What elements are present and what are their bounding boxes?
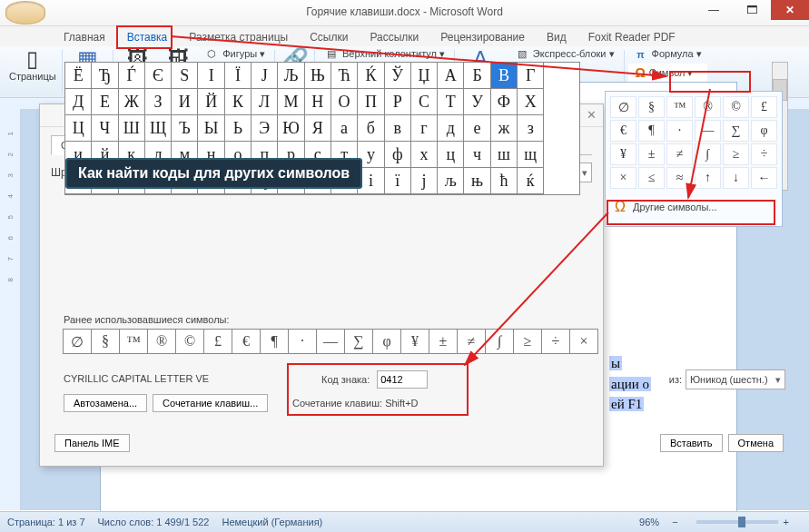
recent-cell[interactable]: ÷	[541, 329, 570, 354]
char-cell[interactable]: Ј	[251, 62, 278, 89]
char-cell[interactable]: и	[64, 141, 92, 168]
char-cell[interactable]: Ц	[64, 114, 92, 142]
char-cell[interactable]: ц	[437, 141, 464, 168]
recent-cell[interactable]: ®	[147, 329, 176, 354]
recent-cell[interactable]: ×	[569, 329, 598, 354]
flyout-cell[interactable]: ←	[751, 167, 777, 189]
char-cell[interactable]: о	[224, 141, 252, 168]
other-symbols-item[interactable]: Ω Другие символы...	[609, 195, 778, 219]
flyout-cell[interactable]: ÷	[751, 143, 777, 165]
flyout-cell[interactable]: ↓	[723, 167, 749, 189]
flyout-cell[interactable]: ∅	[610, 96, 636, 118]
autocorrect-button[interactable]: Автозамена...	[64, 394, 147, 412]
recent-cell[interactable]: ¶	[260, 329, 289, 354]
char-cell[interactable]: л	[144, 141, 172, 168]
char-cell[interactable]: Ї	[224, 62, 252, 89]
char-cell[interactable]: Є	[144, 62, 172, 89]
char-cell[interactable]: њ	[463, 167, 490, 194]
flyout-cell[interactable]: —	[695, 120, 721, 142]
char-cell[interactable]: ё	[224, 167, 252, 194]
status-page[interactable]: Страница: 1 из 7	[7, 517, 85, 527]
status-lang[interactable]: Немецкий (Германия)	[222, 517, 322, 527]
char-cell[interactable]: љ	[437, 167, 464, 194]
zoom-thumb[interactable]	[738, 517, 745, 527]
recent-cell[interactable]: §	[91, 329, 120, 354]
recent-cell[interactable]: ·	[288, 329, 317, 354]
recent-cell[interactable]: ∑	[344, 329, 373, 354]
insert-button[interactable]: Вставить	[660, 434, 723, 452]
flyout-cell[interactable]: §	[638, 96, 665, 118]
recent-cell[interactable]: ≥	[513, 329, 542, 354]
char-cell[interactable]: Ќ	[357, 62, 384, 89]
char-cell[interactable]: Т	[437, 88, 464, 115]
flyout-cell[interactable]: ·	[666, 120, 693, 142]
panel-ime-button[interactable]: Панель IME	[54, 434, 130, 452]
char-cell[interactable]: Й	[197, 88, 224, 115]
char-cell[interactable]: Я	[304, 114, 331, 142]
char-cell[interactable]: Е	[91, 88, 118, 115]
flyout-cell[interactable]: ×	[610, 167, 636, 189]
char-cell[interactable]: И	[171, 88, 198, 115]
recent-cell[interactable]: €	[232, 329, 261, 354]
char-cell[interactable]: ы	[91, 167, 118, 194]
maximize-button[interactable]: 🗖	[733, 0, 771, 20]
char-cell[interactable]: ѓ	[277, 167, 304, 194]
char-cell[interactable]: Ж	[118, 88, 145, 115]
char-cell[interactable]: р	[277, 141, 304, 168]
char-cell[interactable]: Ђ	[91, 62, 118, 89]
char-cell[interactable]: б	[357, 114, 384, 142]
flyout-cell[interactable]: ¶	[638, 120, 665, 142]
char-cell[interactable]: Ћ	[331, 62, 358, 89]
char-cell[interactable]: Ф	[490, 88, 518, 115]
flyout-cell[interactable]: ↑	[695, 167, 721, 189]
tab-insert[interactable]: Вставка	[116, 28, 179, 46]
char-cell[interactable]: у	[357, 141, 384, 168]
char-cell[interactable]: й	[91, 141, 118, 168]
flyout-cell[interactable]: ≈	[666, 167, 693, 189]
char-cell[interactable]: М	[277, 88, 304, 115]
char-cell[interactable]: ѕ	[331, 167, 358, 194]
zoom-value[interactable]: 96%	[639, 517, 659, 527]
flyout-cell[interactable]: €	[610, 120, 636, 142]
char-cell[interactable]: Ё	[64, 62, 92, 89]
zoom-in-button[interactable]: +	[784, 517, 789, 527]
tab-view[interactable]: Вид	[536, 28, 577, 46]
char-cell[interactable]: Ѓ	[118, 62, 145, 89]
char-cell[interactable]: в	[384, 114, 411, 142]
char-cell[interactable]: а	[331, 114, 358, 142]
char-cell[interactable]: Б	[463, 62, 490, 89]
char-cell[interactable]: д	[437, 114, 464, 142]
equation-button[interactable]: πФормула ▾	[628, 46, 707, 62]
char-cell[interactable]: є	[304, 167, 331, 194]
flyout-cell[interactable]: φ	[751, 120, 777, 142]
char-cell[interactable]: У	[463, 88, 490, 115]
flyout-cell[interactable]: ≥	[723, 143, 749, 165]
char-cell[interactable]: Ў	[384, 62, 411, 89]
char-cell[interactable]: Ѕ	[171, 62, 198, 89]
char-cell[interactable]: ф	[384, 141, 411, 168]
char-cell[interactable]: ч	[463, 141, 490, 168]
char-cell[interactable]: ј	[410, 167, 438, 194]
recent-cell[interactable]: £	[203, 329, 232, 354]
char-cell[interactable]: Џ	[410, 62, 438, 89]
char-cell[interactable]: м	[171, 141, 198, 168]
char-cell[interactable]: З	[144, 88, 172, 115]
char-cell[interactable]: н	[197, 141, 224, 168]
flyout-cell[interactable]: ±	[638, 143, 665, 165]
char-cell[interactable]: ь	[118, 167, 145, 194]
quickparts-button[interactable]: ▧Экспресс-блоки ▾	[509, 46, 620, 62]
char-cell[interactable]: э	[144, 167, 172, 194]
char-cell[interactable]: А	[437, 62, 464, 89]
char-cell[interactable]: Г	[517, 62, 544, 89]
recent-cell[interactable]: ±	[429, 329, 458, 354]
char-cell[interactable]: г	[410, 114, 438, 142]
tab-home[interactable]: Главная	[53, 28, 116, 46]
shortcut-button[interactable]: Сочетание клавиш...	[153, 394, 268, 412]
tab-review[interactable]: Рецензирование	[429, 28, 536, 46]
char-cell[interactable]: К	[224, 88, 252, 115]
flyout-cell[interactable]: ∫	[695, 143, 721, 165]
flyout-cell[interactable]: ®	[695, 96, 721, 118]
group-pages[interactable]: ▯ Страницы	[4, 46, 62, 97]
recent-cell[interactable]: ©	[175, 329, 204, 354]
char-cell[interactable]: х	[410, 141, 438, 168]
